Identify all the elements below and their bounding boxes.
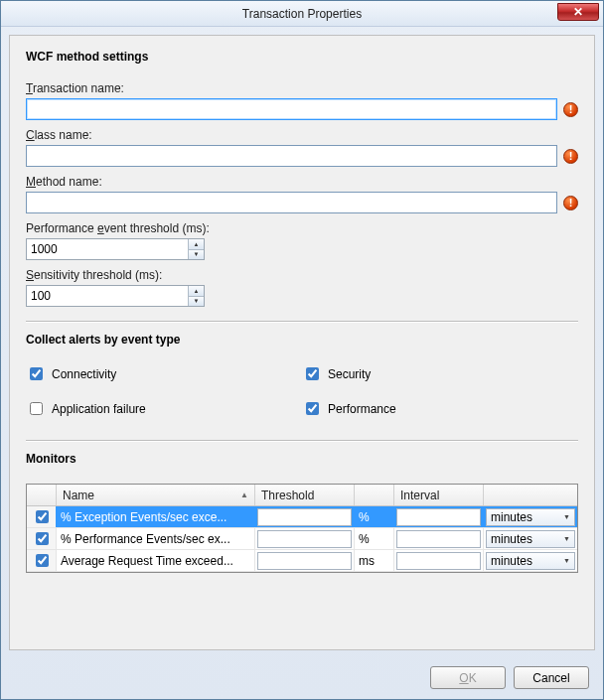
monitors-header: Name ▲ Threshold Interval <box>27 485 577 506</box>
threshold-spinner[interactable]: ▲▼ <box>257 508 352 526</box>
error-icon: ! <box>563 196 578 210</box>
chevron-down-icon: ▼ <box>563 557 570 564</box>
interval-input[interactable] <box>397 553 484 569</box>
interval-unit-value: minutes <box>491 532 532 546</box>
col-head-checkbox[interactable] <box>27 485 57 505</box>
dialog-content: WCF method settings Transaction name: ! … <box>9 35 595 650</box>
connectivity-checkbox-label[interactable]: Connectivity <box>26 364 302 383</box>
error-icon: ! <box>563 149 578 164</box>
interval-spinner[interactable]: ▲▼ <box>396 552 481 570</box>
col-head-interval-unit[interactable] <box>484 485 577 505</box>
interval-unit-select[interactable]: minutes▼ <box>486 508 575 526</box>
spin-up-icon[interactable]: ▲ <box>189 286 204 297</box>
spin-buttons: ▲ ▼ <box>188 239 204 259</box>
appfailure-text: Application failure <box>52 402 146 416</box>
row-interval-cell: ▲▼ <box>394 550 484 571</box>
method-name-input[interactable] <box>26 192 557 213</box>
threshold-spinner[interactable]: ▲▼ <box>257 552 352 570</box>
perf-threshold-label: Performance event threshold (ms): <box>26 221 578 235</box>
threshold-input[interactable] <box>258 553 355 569</box>
performance-checkbox-label[interactable]: Performance <box>302 399 578 418</box>
security-checkbox[interactable] <box>306 367 319 380</box>
row-checkbox-cell <box>27 528 57 549</box>
threshold-input[interactable] <box>258 531 355 547</box>
transaction-name-input[interactable] <box>26 98 557 120</box>
threshold-spinner[interactable]: ▲▼ <box>257 530 352 548</box>
row-name: Average Request Time exceed... <box>57 550 255 571</box>
alerts-row-1: Connectivity Security <box>26 364 578 383</box>
separator <box>26 440 578 442</box>
row-checkbox[interactable] <box>36 510 49 523</box>
appfailure-checkbox[interactable] <box>30 402 43 415</box>
performance-checkbox[interactable] <box>306 402 319 415</box>
row-interval-unit-cell: minutes▼ <box>484 550 577 571</box>
row-unit: % <box>355 528 394 549</box>
dialog-buttons: OK Cancel <box>1 658 603 699</box>
interval-unit-value: minutes <box>491 554 532 568</box>
col-head-interval[interactable]: Interval <box>394 485 484 505</box>
connectivity-checkbox[interactable] <box>30 367 43 380</box>
interval-unit-select[interactable]: minutes▼ <box>486 552 575 570</box>
class-name-label: Class name: <box>26 128 578 142</box>
table-row[interactable]: Average Request Time exceed...▲▼ms▲▼minu… <box>27 550 577 572</box>
chevron-down-icon: ▼ <box>563 535 570 542</box>
monitors-table: Name ▲ Threshold Interval % Exception Ev… <box>26 484 578 573</box>
row-threshold-cell: ▲▼ <box>255 506 355 527</box>
class-name-row: ! <box>26 145 578 167</box>
wcf-heading: WCF method settings <box>26 50 578 64</box>
interval-unit-select[interactable]: minutes▼ <box>486 530 575 548</box>
row-name: % Performance Events/sec ex... <box>57 528 255 549</box>
col-head-unit[interactable] <box>355 485 394 505</box>
row-checkbox[interactable] <box>36 554 49 567</box>
row-unit: ms <box>355 550 394 571</box>
cancel-button[interactable]: Cancel <box>514 666 589 689</box>
perf-threshold-input[interactable] <box>27 239 188 259</box>
separator <box>26 321 578 323</box>
interval-input[interactable] <box>397 509 484 525</box>
interval-input[interactable] <box>397 531 484 547</box>
class-name-input[interactable] <box>26 145 557 167</box>
row-interval-cell: ▲▼ <box>394 528 484 549</box>
spin-down-icon[interactable]: ▼ <box>189 297 204 307</box>
row-interval-unit-cell: minutes▼ <box>484 506 577 527</box>
row-name: % Exception Events/sec exce... <box>57 506 255 527</box>
row-threshold-cell: ▲▼ <box>255 528 355 549</box>
spin-buttons: ▲ ▼ <box>188 286 204 306</box>
error-icon: ! <box>563 102 578 117</box>
alerts-row-2: Application failure Performance <box>26 399 578 418</box>
alerts-heading: Collect alerts by event type <box>26 333 578 347</box>
col-head-threshold[interactable]: Threshold <box>255 485 355 505</box>
table-row[interactable]: % Exception Events/sec exce...▲▼%▲▼minut… <box>27 506 577 528</box>
sens-threshold-spinner[interactable]: ▲ ▼ <box>26 285 205 307</box>
row-checkbox[interactable] <box>36 532 49 545</box>
security-checkbox-label[interactable]: Security <box>302 364 578 383</box>
titlebar: Transaction Properties ✕ <box>1 1 603 27</box>
close-icon: ✕ <box>573 5 583 19</box>
sort-asc-icon: ▲ <box>240 490 248 499</box>
table-row[interactable]: % Performance Events/sec ex...▲▼%▲▼minut… <box>27 528 577 550</box>
interval-spinner[interactable]: ▲▼ <box>396 530 481 548</box>
connectivity-text: Connectivity <box>52 367 116 381</box>
threshold-input[interactable] <box>258 509 355 525</box>
ok-button[interactable]: OK <box>430 666 506 689</box>
row-interval-cell: ▲▼ <box>394 506 484 527</box>
spin-up-icon[interactable]: ▲ <box>189 239 204 250</box>
row-checkbox-cell <box>27 506 57 527</box>
interval-spinner[interactable]: ▲▼ <box>396 508 481 526</box>
sens-threshold-label: Sensitivity threshold (ms): <box>26 268 578 282</box>
perf-threshold-spinner[interactable]: ▲ ▼ <box>26 238 205 260</box>
spin-down-icon[interactable]: ▼ <box>189 250 204 260</box>
transaction-name-label: Transaction name: <box>26 81 578 95</box>
row-unit: % <box>355 506 394 527</box>
row-interval-unit-cell: minutes▼ <box>484 528 577 549</box>
sens-threshold-input[interactable] <box>27 286 188 306</box>
window-title: Transaction Properties <box>242 7 362 21</box>
row-threshold-cell: ▲▼ <box>255 550 355 571</box>
method-name-label: Method name: <box>26 175 578 189</box>
security-text: Security <box>328 367 371 381</box>
close-button[interactable]: ✕ <box>557 3 599 21</box>
monitors-heading: Monitors <box>26 452 578 466</box>
col-head-name[interactable]: Name ▲ <box>57 485 255 505</box>
interval-unit-value: minutes <box>491 510 532 524</box>
appfailure-checkbox-label[interactable]: Application failure <box>26 399 302 418</box>
